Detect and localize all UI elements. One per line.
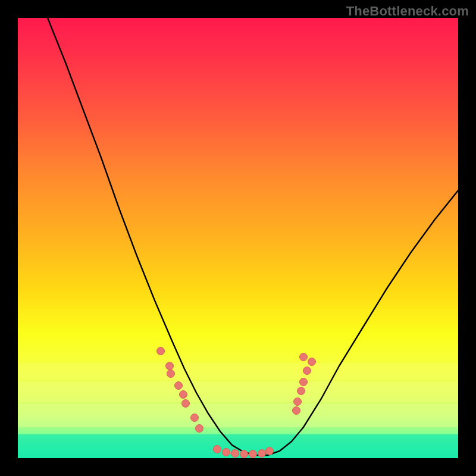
data-marker xyxy=(300,353,308,361)
data-marker xyxy=(240,450,248,458)
data-marker xyxy=(293,407,300,415)
glow-band xyxy=(18,363,458,380)
data-marker xyxy=(308,358,316,366)
data-marker xyxy=(167,370,175,378)
glow-bands xyxy=(18,363,458,458)
data-marker xyxy=(223,449,230,456)
data-marker xyxy=(196,425,203,433)
glow-band xyxy=(18,403,458,427)
data-marker xyxy=(298,387,305,395)
data-marker xyxy=(175,382,183,390)
data-marker xyxy=(191,414,199,422)
data-marker xyxy=(180,391,187,399)
data-marker xyxy=(294,398,302,406)
chart-svg xyxy=(18,18,458,458)
data-marker xyxy=(300,378,308,386)
data-marker xyxy=(266,447,274,455)
plot-area xyxy=(18,18,458,458)
data-marker xyxy=(249,450,257,458)
chart-frame: TheBottleneck.com xyxy=(0,0,476,476)
glow-band xyxy=(18,381,458,402)
data-marker xyxy=(182,400,190,408)
data-marker xyxy=(157,347,165,355)
watermark-label: TheBottleneck.com xyxy=(346,4,469,19)
data-marker xyxy=(166,362,174,370)
data-marker xyxy=(258,450,266,458)
data-marker xyxy=(231,450,239,458)
data-marker xyxy=(214,446,221,453)
data-marker xyxy=(303,367,311,375)
